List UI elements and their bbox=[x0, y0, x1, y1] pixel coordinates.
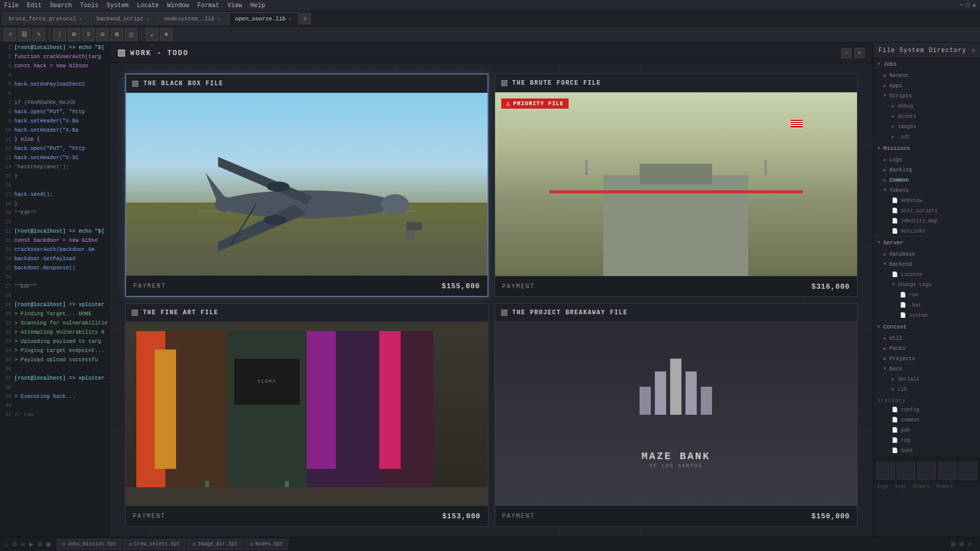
tree-sub-item-hotlinks[interactable]: 📄 HotLinks bbox=[873, 226, 980, 236]
tree-item-scripts[interactable]: ▼ Scripts bbox=[873, 91, 980, 101]
tree-sub-item-lib[interactable]: ▶ Lib bbox=[873, 384, 980, 394]
line-number: 14 bbox=[0, 164, 14, 170]
toolbar-btn7[interactable]: ↙ bbox=[146, 29, 158, 41]
content-section-header[interactable]: ▼ Content bbox=[873, 321, 980, 333]
menu-edit[interactable]: Edit bbox=[27, 2, 42, 9]
tab-close-icon[interactable]: ✕ bbox=[218, 16, 221, 22]
tree-sub-item-boot[interactable]: 📄 boot bbox=[873, 445, 980, 456]
toolbar-btn4[interactable]: ⊟ bbox=[96, 29, 109, 41]
thumb1[interactable] bbox=[876, 462, 895, 480]
tab-open-source-lib[interactable]: open_source.lib ✕ bbox=[229, 12, 299, 26]
item-label: config bbox=[901, 407, 919, 413]
tree-sub-item-sdt[interactable]: ▶ .sdt bbox=[873, 132, 980, 142]
menu-window[interactable]: Window bbox=[167, 2, 189, 9]
mission-card-fine-art[interactable]: THE FINE ART FILE SIGMA bbox=[125, 303, 488, 527]
tree-sub-item-webview[interactable]: 📄 WebView bbox=[873, 195, 980, 206]
tree-sub-item-system[interactable]: 📄 system bbox=[873, 310, 980, 320]
status-icon-terminal[interactable]: ▣ bbox=[46, 540, 50, 548]
mission-card-breakaway[interactable]: THE PROJECT BREAKAWAY FILE bbox=[495, 303, 858, 527]
status-icon-signal[interactable]: ⊠ bbox=[951, 540, 955, 548]
tree-sub-item-config[interactable]: 📄 config bbox=[873, 405, 980, 415]
tree-sub-item-change-logs[interactable]: ▼ Change Logs bbox=[873, 280, 980, 290]
menu-locate[interactable]: Locate bbox=[137, 2, 159, 9]
tree-sub-item-assets[interactable]: ▶ assets bbox=[873, 111, 980, 121]
tree-sub-item-serials[interactable]: ▶ Serials bbox=[873, 374, 980, 384]
toolbar-btn2[interactable]: ⊞ bbox=[68, 29, 80, 41]
tab-close-icon[interactable]: ✕ bbox=[146, 16, 150, 22]
toolbar-btn8[interactable]: ⊕ bbox=[160, 29, 173, 41]
thumb4[interactable] bbox=[938, 462, 957, 480]
menu-tools[interactable]: Tools bbox=[80, 2, 99, 9]
close-button[interactable]: ✕ bbox=[972, 2, 976, 9]
toolbar-link-btn[interactable]: ⛓ bbox=[18, 29, 31, 41]
tab-close-icon[interactable]: ✕ bbox=[289, 16, 292, 22]
toolbar-btn5[interactable]: ⊠ bbox=[111, 29, 123, 41]
toolbar-edit-btn[interactable]: ✎ bbox=[33, 29, 45, 41]
missions-section-header[interactable]: ▼ Missions bbox=[873, 142, 980, 155]
tree-item-projects[interactable]: ▶ Projects bbox=[873, 354, 980, 364]
toolbar-btn6[interactable]: ◫ bbox=[125, 29, 137, 41]
status-tab-jobs-mission[interactable]: ⚙ Jobs_mission.5pt bbox=[57, 539, 122, 550]
status-icon-cmd[interactable]: ⊞ bbox=[38, 540, 42, 548]
toolbar-search-btn[interactable]: ⌕ bbox=[4, 29, 16, 41]
status-icon-mail[interactable]: ✉ bbox=[21, 540, 25, 548]
status-tab-nodes[interactable]: ⚙ Nodes.5pt bbox=[244, 539, 289, 550]
tree-item-logs[interactable]: ▶ Logs bbox=[873, 155, 980, 165]
toolbar-btn3[interactable]: ≡ bbox=[82, 29, 94, 41]
toolbar-btn1[interactable]: ⋮ bbox=[54, 29, 66, 41]
menu-system[interactable]: System bbox=[107, 2, 129, 9]
status-tab-image-dir[interactable]: ⚙ Image_dir.5pt bbox=[187, 539, 243, 550]
tree-item-recent[interactable]: ▶ Recent bbox=[873, 70, 980, 81]
tree-item-util[interactable]: ▶ Util bbox=[873, 333, 980, 343]
menu-search[interactable]: Search bbox=[50, 2, 72, 9]
tree-item-backlog[interactable]: ▶ Backlog bbox=[873, 165, 980, 175]
tree-item-database[interactable]: ▶ Database bbox=[873, 249, 980, 259]
tree-item-docs[interactable]: ▼ Docs bbox=[873, 364, 980, 374]
tree-sub-item-identity-map[interactable]: 📄 Identity_map bbox=[873, 216, 980, 226]
tab-brute-force-protocol[interactable]: brute_force_protocol ✕ bbox=[2, 12, 89, 26]
code-line: 29[root@localhost] => xploiter - bbox=[0, 300, 109, 309]
server-section-header[interactable]: ▼ Server bbox=[873, 237, 980, 249]
panel-expand-icon[interactable]: ⊞ bbox=[972, 47, 975, 54]
tab-close-icon[interactable]: ✕ bbox=[79, 16, 82, 22]
header-minimize-btn[interactable]: ─ bbox=[841, 48, 851, 58]
thumb5[interactable] bbox=[959, 462, 977, 480]
tree-item-backend[interactable]: ▼ Backend bbox=[873, 259, 980, 269]
mission-card-black-box[interactable]: THE BLACK BOX FILE bbox=[125, 73, 488, 297]
tree-sub-item-debug[interactable]: ▶ debug bbox=[873, 101, 980, 111]
tree-sub-item-unit-scripts[interactable]: 📄 Unit_scripts bbox=[873, 206, 980, 216]
header-close-btn[interactable]: ✕ bbox=[854, 48, 865, 58]
code-line: 7 if (FRAMEWORK_MAJOR bbox=[0, 98, 109, 107]
tab-backend-script[interactable]: backend_script ✕ bbox=[90, 12, 156, 26]
tab-add-button[interactable]: + bbox=[300, 13, 311, 24]
tree-sub-item-pak[interactable]: 📄 pak bbox=[873, 425, 980, 435]
status-icon-gear[interactable]: ⚙ bbox=[12, 540, 16, 548]
thumb2[interactable] bbox=[897, 462, 915, 480]
tree-item-apps[interactable]: ▶ Apps bbox=[873, 81, 980, 91]
thumb3[interactable] bbox=[917, 462, 936, 480]
tree-sub-item-common[interactable]: 📄 common bbox=[873, 415, 980, 425]
status-icon-expand[interactable]: ⊞ bbox=[959, 540, 963, 548]
tree-item-tokens[interactable]: ▼ Tokens bbox=[873, 185, 980, 195]
tree-sub-item-bat[interactable]: 📄 .bat bbox=[873, 300, 980, 310]
maximize-button[interactable]: □ bbox=[966, 2, 970, 9]
menu-format[interactable]: Format bbox=[198, 2, 219, 9]
tree-sub-item-run[interactable]: 📄 run bbox=[873, 290, 980, 300]
menu-view[interactable]: View bbox=[228, 2, 242, 9]
tree-sub-item-reg[interactable]: 📄 reg bbox=[873, 435, 980, 445]
line-number: 22 bbox=[0, 238, 14, 243]
tree-item-packs[interactable]: ▶ Packs bbox=[873, 343, 980, 354]
jobs-section-header[interactable]: ▼ Jobs bbox=[873, 58, 980, 70]
tree-sub-item-license[interactable]: 📄 License bbox=[873, 269, 980, 280]
minimize-button[interactable]: ─ bbox=[960, 2, 963, 9]
status-tab-crew-select[interactable]: ⚙ Crew_select.5pt bbox=[123, 539, 186, 550]
status-icon-play[interactable]: ▶ bbox=[29, 540, 33, 548]
mission-card-brute-force[interactable]: THE BRUTE FORCE FILE bbox=[495, 73, 858, 297]
tree-item-common[interactable]: ▶ Common bbox=[873, 175, 980, 185]
status-icon-search[interactable]: ⌕ bbox=[968, 540, 972, 548]
menu-help[interactable]: Help bbox=[251, 2, 265, 9]
status-icon-home[interactable]: ⌂ bbox=[4, 540, 8, 548]
tab-nodesystem-lib[interactable]: nodesystem_.lib ✕ bbox=[158, 12, 228, 26]
menu-file[interactable]: File bbox=[4, 2, 19, 9]
tree-sub-item-images[interactable]: ▶ images bbox=[873, 121, 980, 132]
